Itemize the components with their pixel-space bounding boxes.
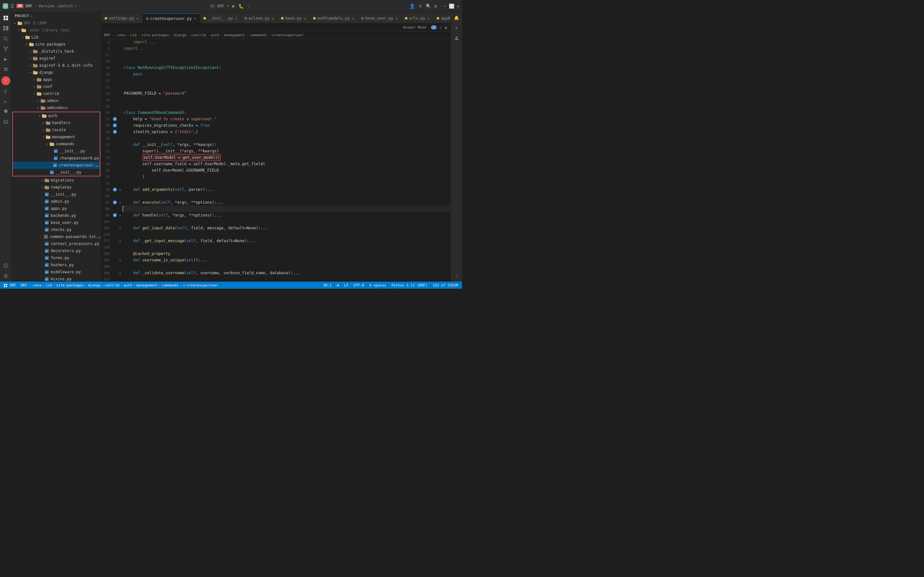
tree-arrow-asgiref[interactable]: ▸ (28, 57, 33, 60)
code-line-271[interactable]: def _get_input_message(self, field, defa… (123, 238, 450, 244)
maximize-button[interactable]: ⬜ (449, 3, 454, 9)
tree-item-drf-root[interactable]: ▾DRF E:\DRF (11, 19, 101, 27)
tree-item-migrations[interactable]: ▸migrations (11, 177, 101, 184)
breadcrumb-item-5[interactable]: contrib (191, 33, 206, 37)
tree-arrow-drf-root[interactable]: ▾ (13, 21, 17, 25)
status-line-sep[interactable]: LF (343, 283, 350, 287)
tree-item-admin[interactable]: ▸admin (11, 97, 101, 104)
tree-item-admindocs[interactable]: ▸admindocs (11, 104, 101, 111)
activity-search[interactable] (1, 34, 10, 43)
more-options[interactable]: ⋮ (247, 3, 252, 9)
tab-urls-py[interactable]: urls.py✕ (402, 13, 434, 23)
activity-bookmarks[interactable]: ▷ (1, 97, 10, 106)
code-line-17[interactable] (123, 52, 450, 58)
tree-arrow-distutils-hack[interactable]: ▸ (28, 50, 33, 53)
tab-close-urls-py[interactable]: ✕ (427, 16, 430, 21)
tree-arrow-apps[interactable]: ▸ (32, 78, 37, 81)
settings-icon[interactable]: ⚙ (434, 3, 437, 9)
activity-tasks[interactable] (1, 87, 10, 95)
tree-item-createsuperuser[interactable]: pycreatesuperuser.py (13, 162, 100, 169)
fold-cell-255[interactable]: ▸ (118, 225, 123, 231)
activity-run[interactable]: ▶ (1, 55, 10, 63)
code-editor[interactable]: 4517181920212223242526272829303132333435… (102, 39, 450, 282)
tree-arrow-handlers[interactable]: ▸ (41, 121, 45, 124)
tab-close-init-py[interactable]: ✕ (234, 16, 238, 21)
tab-base-py[interactable]: base.py✕ (278, 13, 310, 23)
right-panel-profile[interactable] (452, 34, 461, 42)
git-badge[interactable]: 2 (431, 25, 437, 29)
status-encoding[interactable]: UTF-8 (352, 283, 365, 287)
right-panel-translate[interactable]: Ａ (452, 24, 461, 32)
tree-item-django[interactable]: ▾django (11, 69, 101, 76)
code-line-23[interactable]: PASSWORD_FIELD = "password" (123, 90, 450, 97)
code-line-291[interactable]: def username_is_unique(self):... (123, 257, 450, 263)
tree-arrow-commands[interactable]: ▾ (45, 142, 49, 146)
code-line-299[interactable] (123, 263, 450, 270)
tree-item-mixins-py[interactable]: pymixins.py (11, 276, 101, 282)
tree-item-hashers-py[interactable]: pyhashers.py (11, 261, 101, 268)
tree-item-asgiref[interactable]: ▸asgiref (11, 55, 101, 62)
tree-item-commands[interactable]: ▾commands (13, 140, 100, 148)
tree-item-distutils-hack[interactable]: ▸_distutils_hack (11, 48, 101, 55)
fold-cell-271[interactable]: ▸ (118, 238, 123, 244)
breadcrumb-item-3[interactable]: site-packages (142, 33, 169, 37)
tree-arrow-templates[interactable]: ▸ (40, 186, 44, 189)
tree-item-backends-py[interactable]: pybackends.py (11, 212, 101, 219)
code-line-254[interactable] (123, 218, 450, 225)
run-button[interactable]: ▶ (232, 3, 235, 9)
code-line-27[interactable]: help = "Used to create a superuser." (123, 116, 450, 122)
code-line-38[interactable]: def add_arguments(self, parser):... (123, 186, 450, 193)
tree-item-forms-py[interactable]: pyforms.py (11, 254, 101, 261)
tree-item-lib[interactable]: ▾Lib (11, 34, 101, 41)
tab-close-settings-py[interactable]: ✕ (136, 16, 139, 21)
tab-createsuperuser-py[interactable]: createsuperuser.py✕ (143, 13, 200, 23)
close-button[interactable]: ✕ (457, 3, 460, 9)
tab-close-auth-models-py[interactable]: ✕ (351, 16, 355, 21)
tab-app0[interactable]: app0 (434, 13, 450, 23)
status-indent[interactable]: 4 spaces (368, 283, 387, 287)
tree-item-management[interactable]: ▾management (13, 134, 100, 140)
code-line-289[interactable] (123, 244, 450, 250)
tree-arrow-auth[interactable]: ▾ (37, 114, 42, 118)
minimize-button[interactable]: ─ (443, 3, 446, 9)
right-panel-more[interactable]: ⋮ (452, 272, 461, 280)
code-line-20[interactable]: pass (123, 71, 450, 77)
tree-item-locale[interactable]: ▸locale (13, 126, 100, 134)
tree-item-middleware-py[interactable]: pymiddleware.py (11, 268, 101, 276)
code-line-87[interactable]: def execute(self, *args, **options):... (123, 199, 450, 206)
breadcrumb-item-6[interactable]: auth (211, 33, 219, 37)
code-line-32[interactable]: super().__init__(*args, **kwargs) (123, 148, 450, 154)
tree-item-init-auth[interactable]: py__init__.py (11, 191, 101, 198)
code-line-35[interactable]: self.UserModel.USERNAME_FIELD (123, 167, 450, 174)
status-project[interactable]: DRF (3, 283, 18, 287)
tree-item-venv[interactable]: ▾.venv library root (11, 27, 101, 34)
code-line-300[interactable]: def _validate_username(self, username, v… (123, 270, 450, 276)
code-line-31[interactable]: def __init__(self, *args, **kwargs): (123, 142, 450, 148)
code-line-26[interactable]: class Command(BaseCommand): (123, 110, 450, 116)
tree-arrow-locale[interactable]: ▸ (41, 128, 45, 132)
code-line-255[interactable]: def get_input_data(self, field, message,… (123, 225, 450, 231)
tree-item-apps[interactable]: ▸apps (11, 76, 101, 83)
translate-icon[interactable]: Ａ (418, 3, 422, 9)
tree-arrow-conf[interactable]: ▸ (32, 85, 37, 88)
collapse-icon[interactable]: ≡ (445, 25, 447, 30)
tree-arrow-asgiref-dist[interactable]: ▸ (28, 64, 33, 67)
version-control-menu[interactable]: Version control ▾ (39, 4, 76, 8)
tree-arrow-management[interactable]: ▾ (41, 135, 45, 139)
status-breadcrumb[interactable]: DRF › .venv › Lib › site-packages › djan… (19, 283, 220, 287)
tree-item-asgiref-dist[interactable]: ▸asgiref-3.8.1.dist-info (11, 62, 101, 69)
code-line-28[interactable]: requires_migrations_checks = True (123, 122, 450, 129)
status-language[interactable]: Python 3.11 (DRF) (390, 283, 429, 287)
breadcrumb-item-2[interactable]: Lib (130, 33, 137, 37)
activity-problems[interactable] (1, 261, 10, 270)
code-line-24[interactable] (123, 97, 450, 103)
code-line-5[interactable]: import ... (123, 45, 450, 52)
code-line-18[interactable] (123, 58, 450, 64)
fold-cell-38[interactable]: ▸ (118, 186, 123, 193)
status-windows-icon[interactable]: ⊞ (335, 283, 340, 287)
debug-button[interactable]: 🐛 (239, 3, 244, 9)
tab-settings-py[interactable]: settings.py✕ (102, 13, 143, 23)
fold-cell-300[interactable]: ▸ (118, 270, 123, 276)
code-line-25[interactable] (123, 103, 450, 110)
tree-arrow-django[interactable]: ▾ (28, 71, 33, 74)
